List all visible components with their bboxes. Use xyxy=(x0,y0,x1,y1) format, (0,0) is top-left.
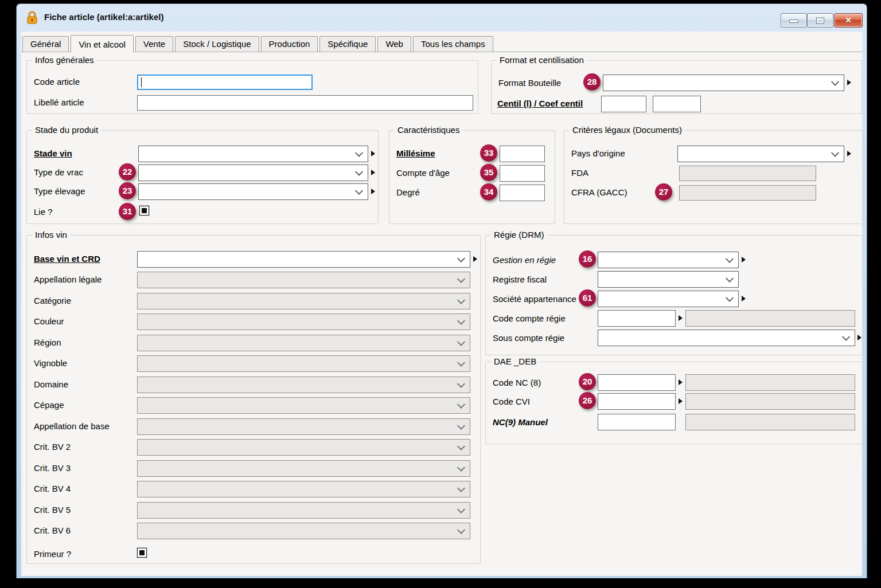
chevron-down-icon xyxy=(457,296,465,304)
chevron-down-icon xyxy=(831,77,839,85)
group-infos-generales: Infos générales Code article Libellé art… xyxy=(26,60,478,114)
centil-input[interactable] xyxy=(601,96,646,112)
nc9-manuel-libelle xyxy=(685,414,855,430)
appellation-legale-label: Appellation légale xyxy=(34,275,102,284)
code-compte-regie-input[interactable] xyxy=(598,310,676,327)
window-body: Général Vin et alcool Vente Stock / Logi… xyxy=(21,32,862,576)
type-elevage-label: Type élevage xyxy=(34,186,85,196)
close-button[interactable]: ✕ xyxy=(834,13,863,28)
type-de-vrac-combobox[interactable] xyxy=(138,164,368,181)
group-regie-drm: Régie (DRM) Gestion en régie 16 Registre… xyxy=(485,235,863,355)
group-title: Stade du produit xyxy=(32,125,101,135)
chevron-down-icon xyxy=(457,338,465,346)
code-nc8-libelle xyxy=(685,374,855,391)
group-format-centilisation: Format et centilisation Format Bouteille… xyxy=(491,60,862,114)
expand-arrow-icon[interactable] xyxy=(371,189,375,194)
expand-arrow-icon[interactable] xyxy=(857,335,861,340)
field-number-badge: 23 xyxy=(119,182,136,199)
code-cvi-label: Code CVI xyxy=(493,397,530,406)
registre-fiscal-combobox[interactable] xyxy=(598,271,739,288)
crit-bv6-combobox xyxy=(137,523,470,539)
stade-vin-combobox[interactable] xyxy=(138,146,368,162)
base-vin-crd-label: Base vin et CRD xyxy=(34,254,100,264)
crit-bv5-label: Crit. BV 5 xyxy=(34,505,71,515)
lock-icon xyxy=(26,10,38,28)
fiche-article-window: Fiche article (artikel:a:artikel) ✕ Géné… xyxy=(16,3,867,578)
domaine-label: Domaine xyxy=(34,379,68,389)
chevron-down-icon xyxy=(457,275,465,283)
cfra-input xyxy=(679,185,816,201)
nc9-manuel-input[interactable] xyxy=(598,414,676,430)
crit-bv2-combobox xyxy=(137,439,470,456)
sous-compte-regie-combobox[interactable] xyxy=(598,330,855,346)
degre-input[interactable] xyxy=(500,185,545,201)
gestion-en-regie-label: Gestion en régie xyxy=(493,255,556,265)
tabstrip: Général Vin et alcool Vente Stock / Logi… xyxy=(21,34,862,52)
primeur-label: Primeur ? xyxy=(34,549,71,559)
chevron-down-icon xyxy=(355,148,363,156)
pays-origine-combobox[interactable] xyxy=(677,146,844,162)
millesime-input[interactable] xyxy=(500,146,545,162)
tab-web[interactable]: Web xyxy=(377,36,411,52)
format-bouteille-label: Format Bouteille xyxy=(498,78,561,88)
societe-appartenance-combobox[interactable] xyxy=(598,291,739,307)
maximize-button[interactable] xyxy=(807,13,833,28)
appellation-legale-combobox xyxy=(137,272,470,288)
field-number-badge: 61 xyxy=(579,289,596,307)
tab-specifique[interactable]: Spécifique xyxy=(319,36,376,52)
millesime-label: Millésime xyxy=(396,148,435,158)
nc9-manuel-label: NC(9) Manuel xyxy=(493,417,548,427)
code-compte-regie-libelle xyxy=(685,310,855,327)
expand-arrow-icon[interactable] xyxy=(371,151,375,156)
expand-arrow-icon[interactable] xyxy=(679,315,683,321)
centil-label: Centil (l) / Coef centil xyxy=(497,99,583,108)
tab-general[interactable]: Général xyxy=(22,36,69,52)
format-bouteille-combobox[interactable] xyxy=(603,75,844,91)
code-article-input[interactable] xyxy=(137,75,313,90)
expand-arrow-icon[interactable] xyxy=(742,257,746,262)
minimize-button[interactable] xyxy=(781,13,807,28)
degre-label: Degré xyxy=(396,187,420,197)
tab-vente[interactable]: Vente xyxy=(135,36,173,52)
titlebar[interactable]: Fiche article (artikel:a:artikel) ✕ xyxy=(17,4,867,32)
code-compte-regie-label: Code compte régie xyxy=(493,313,566,323)
expand-arrow-icon[interactable] xyxy=(742,296,746,301)
expand-arrow-icon[interactable] xyxy=(371,170,375,175)
lie-label: Lie ? xyxy=(34,207,53,217)
region-combobox xyxy=(137,335,470,351)
crit-bv3-label: Crit. BV 3 xyxy=(34,463,71,473)
expand-arrow-icon[interactable] xyxy=(679,379,683,385)
tab-production[interactable]: Production xyxy=(261,36,318,52)
crit-bv4-label: Crit. BV 4 xyxy=(34,484,71,493)
primeur-checkbox[interactable] xyxy=(137,548,147,558)
base-vin-crd-combobox[interactable] xyxy=(137,251,470,268)
fda-label: FDA xyxy=(571,168,588,178)
type-elevage-combobox[interactable] xyxy=(138,183,368,200)
expand-arrow-icon[interactable] xyxy=(847,80,851,85)
code-nc8-label: Code NC (8) xyxy=(493,378,541,387)
expand-arrow-icon[interactable] xyxy=(679,398,683,404)
expand-arrow-icon[interactable] xyxy=(847,151,851,156)
cfra-label: CFRA (GACC) xyxy=(571,187,627,197)
chevron-down-icon xyxy=(457,379,465,387)
text-cursor xyxy=(141,77,142,87)
code-cvi-input[interactable] xyxy=(598,393,676,410)
categorie-combobox xyxy=(137,293,470,309)
libelle-article-label: Libellé article xyxy=(34,97,84,107)
domaine-combobox xyxy=(137,377,470,393)
couleur-combobox xyxy=(137,313,470,330)
tab-tous-les-champs[interactable]: Tous les champs xyxy=(413,36,493,52)
minimize-icon xyxy=(789,19,798,23)
chevron-down-icon xyxy=(831,148,839,156)
tab-stock-logistique[interactable]: Stock / Logistique xyxy=(175,36,259,52)
code-nc8-input[interactable] xyxy=(598,374,676,391)
chevron-down-icon xyxy=(457,442,465,450)
lie-checkbox[interactable] xyxy=(139,206,149,215)
expand-arrow-icon[interactable] xyxy=(473,256,477,262)
libelle-article-input[interactable] xyxy=(137,95,473,111)
tab-content: Infos générales Code article Libellé art… xyxy=(21,52,862,576)
compte-age-input[interactable] xyxy=(500,165,545,182)
tab-vin-et-alcool[interactable]: Vin et alcool xyxy=(71,35,133,52)
gestion-en-regie-combobox[interactable] xyxy=(598,252,739,268)
coef-centil-input[interactable] xyxy=(653,96,701,112)
